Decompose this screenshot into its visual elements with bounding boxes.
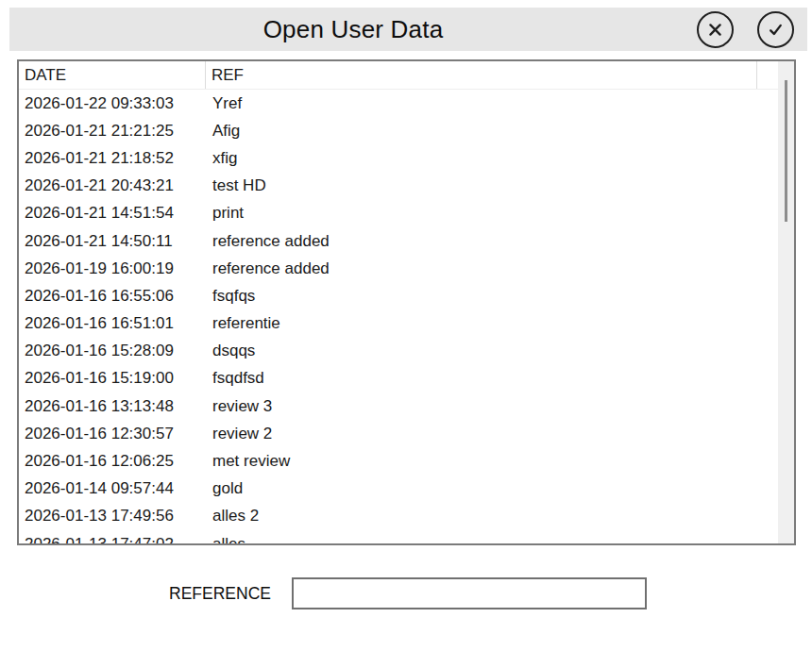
row-ref: Afig xyxy=(206,122,240,141)
row-date: 2026-01-22 09:33:03 xyxy=(19,94,206,113)
row-ref: print xyxy=(206,204,244,223)
table-row[interactable]: 2026-01-16 16:55:06 fsqfqs xyxy=(19,282,778,309)
row-ref: alles 2 xyxy=(206,507,259,526)
column-header-ref[interactable]: REF xyxy=(206,61,757,89)
table-row[interactable]: 2026-01-16 15:19:00 fsqdfsd xyxy=(19,365,778,392)
table-row[interactable]: 2026-01-14 09:57:44 gold xyxy=(19,476,778,503)
table-row[interactable]: 2026-01-21 20:43:21 test HD xyxy=(19,173,778,200)
table-body: 2026-01-22 09:33:03 Yref 2026-01-21 21:2… xyxy=(19,90,778,543)
confirm-button[interactable] xyxy=(757,11,794,48)
table-row[interactable]: 2026-01-16 16:51:01 referentie xyxy=(19,310,778,338)
row-date: 2026-01-21 14:51:54 xyxy=(19,204,206,223)
table-header: DATE REF xyxy=(19,61,778,90)
row-date: 2026-01-13 17:47:02 xyxy=(19,535,206,543)
row-date: 2026-01-21 20:43:21 xyxy=(19,176,206,195)
check-icon xyxy=(767,21,785,39)
reference-label: REFERENCE xyxy=(94,577,271,609)
close-icon xyxy=(706,21,724,39)
user-data-list: DATE REF 2026-01-22 09:33:03 Yref 2026-0… xyxy=(17,59,796,545)
table-row[interactable]: 2026-01-21 21:21:25 Afig xyxy=(19,117,778,144)
table-row[interactable]: 2026-01-16 12:06:25 met review xyxy=(19,447,778,475)
row-date: 2026-01-16 15:28:09 xyxy=(19,342,206,360)
table-row[interactable]: 2026-01-13 17:49:56 alles 2 xyxy=(19,503,778,530)
row-date: 2026-01-19 16:00:19 xyxy=(19,259,206,278)
row-ref: fsqdfsd xyxy=(206,369,264,388)
list-viewport: DATE REF 2026-01-22 09:33:03 Yref 2026-0… xyxy=(19,61,778,543)
row-date: 2026-01-16 16:55:06 xyxy=(19,287,206,306)
table-row[interactable]: 2026-01-21 21:18:52 xfig xyxy=(19,144,778,172)
row-ref: xfig xyxy=(206,149,237,168)
titlebar-buttons xyxy=(697,11,794,48)
row-date: 2026-01-21 21:21:25 xyxy=(19,122,206,141)
title-area: Open User Data xyxy=(9,15,697,44)
row-date: 2026-01-16 13:13:48 xyxy=(19,397,206,416)
row-ref: reference added xyxy=(206,259,330,278)
scrollbar-thumb[interactable] xyxy=(785,80,787,222)
table-row[interactable]: 2026-01-21 14:51:54 print xyxy=(19,200,778,227)
row-ref: review 3 xyxy=(206,397,272,416)
row-ref: test HD xyxy=(206,176,266,195)
row-ref: review 2 xyxy=(206,425,272,443)
reference-input[interactable] xyxy=(292,577,647,609)
open-user-data-dialog: Open User Data DATE xyxy=(0,0,812,651)
row-date: 2026-01-14 09:57:44 xyxy=(19,479,206,498)
table-row[interactable]: 2026-01-22 09:33:03 Yref xyxy=(19,90,778,117)
table-row[interactable]: 2026-01-16 13:13:48 review 3 xyxy=(19,392,778,420)
row-date: 2026-01-16 16:51:01 xyxy=(19,314,206,333)
table-row[interactable]: 2026-01-21 14:50:11 reference added xyxy=(19,227,778,255)
row-ref: fsqfqs xyxy=(206,287,255,306)
table-row[interactable]: 2026-01-16 12:30:57 review 2 xyxy=(19,420,778,447)
row-date: 2026-01-21 14:50:11 xyxy=(19,232,206,251)
table-row[interactable]: 2026-01-16 15:28:09 dsqqs xyxy=(19,338,778,365)
row-date: 2026-01-16 12:06:25 xyxy=(19,452,206,471)
row-date: 2026-01-21 21:18:52 xyxy=(19,149,206,168)
cancel-button[interactable] xyxy=(697,11,734,48)
row-date: 2026-01-16 15:19:00 xyxy=(19,369,206,388)
dialog-titlebar: Open User Data xyxy=(9,8,807,51)
table-row[interactable]: 2026-01-19 16:00:19 reference added xyxy=(19,255,778,282)
row-ref: gold xyxy=(206,479,243,498)
row-ref: dsqqs xyxy=(206,342,255,360)
row-ref: reference added xyxy=(206,232,330,251)
column-header-date[interactable]: DATE xyxy=(19,61,206,89)
row-date: 2026-01-13 17:49:56 xyxy=(19,507,206,526)
column-header-filler xyxy=(757,61,778,89)
vertical-scrollbar[interactable] xyxy=(778,61,794,543)
table-row[interactable]: 2026-01-13 17:47:02 alles xyxy=(19,530,778,543)
row-ref: met review xyxy=(206,452,290,471)
row-ref: Yref xyxy=(206,94,242,113)
row-date: 2026-01-16 12:30:57 xyxy=(19,425,206,443)
row-ref: alles xyxy=(206,535,245,543)
dialog-title: Open User Data xyxy=(263,15,444,43)
row-ref: referentie xyxy=(206,314,280,333)
